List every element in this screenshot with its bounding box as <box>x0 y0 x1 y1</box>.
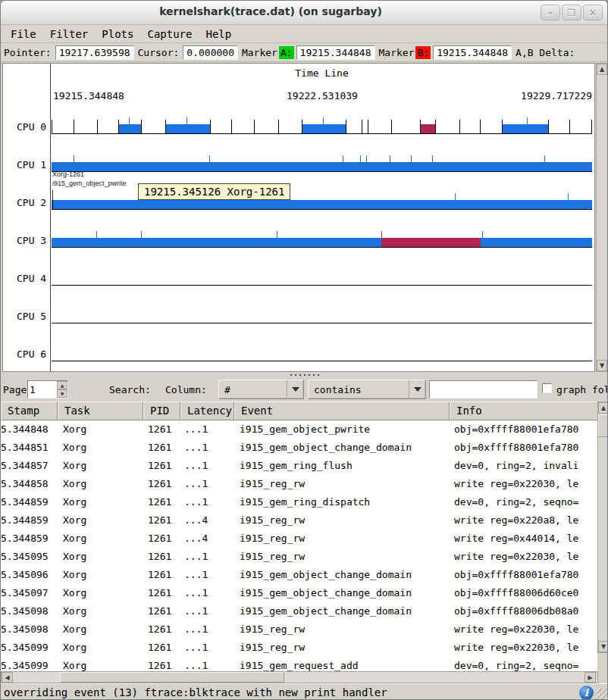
table-row[interactable]: 5.344858Xorg1261...1i915_reg_rwwrite reg… <box>1 475 598 493</box>
cell-info: obj=0xffff88001efa780 <box>454 442 598 453</box>
column-header-stamp[interactable]: Stamp <box>1 402 58 420</box>
scroll-down-icon[interactable]: ▼ <box>597 360 607 371</box>
cpu-run-bar <box>52 200 592 209</box>
menu-item-help[interactable]: Help <box>199 27 238 42</box>
title-bar[interactable]: kernelshark(trace.dat) (on sugarbay) – ❐… <box>1 1 608 25</box>
cell-stamp: 5.344851 <box>1 442 57 453</box>
event-tick <box>209 155 210 171</box>
scroll-up-icon[interactable]: ▲ <box>597 64 607 75</box>
event-tick <box>548 120 549 133</box>
table-row[interactable]: 5.345095Xorg1261...1i915_reg_rwwrite reg… <box>1 548 598 566</box>
cell-task: Xorg <box>63 514 142 526</box>
scroll-right-icon[interactable]: ▶ <box>584 672 596 683</box>
cell-stamp: 5.345098 <box>1 605 57 617</box>
column-header-task[interactable]: Task <box>58 402 143 420</box>
cell-info: write reg=0x22030, le <box>454 623 598 635</box>
table-vertical-scrollbar[interactable]: ▲ ▼ <box>597 402 608 653</box>
cell-info: dev=0, ring=2, seqno= <box>454 660 598 671</box>
cpu-label-cpu4: CPU 4 <box>3 273 47 284</box>
event-tick <box>420 120 421 133</box>
maximize-icon[interactable]: ❐ <box>562 5 581 20</box>
cell-pid: 1261 <box>148 569 180 580</box>
event-tick <box>391 120 392 133</box>
info-icon[interactable]: i <box>579 686 594 700</box>
cpu-label-cpu2: CPU 2 <box>3 197 47 208</box>
event-tick <box>568 193 569 209</box>
cell-info: obj=0xffff88001efa780 <box>454 569 598 580</box>
table-row[interactable]: 5.345097Xorg1261...1i915_gem_object_chan… <box>1 584 598 602</box>
table-horizontal-scrollbar[interactable]: ◀ ▶ <box>1 671 598 683</box>
menu-item-file[interactable]: File <box>4 27 43 42</box>
column-header-info[interactable]: Info <box>450 402 598 420</box>
menu-item-filter[interactable]: Filter <box>43 27 96 42</box>
column-header-pid[interactable]: PID <box>143 402 180 420</box>
cell-event: i915_gem_object_change_domain <box>240 569 449 580</box>
table-row[interactable]: 5.344857Xorg1261...1i915_gem_ring_flushd… <box>1 457 598 475</box>
column-header-latency[interactable]: Latency <box>180 402 234 420</box>
page-input[interactable] <box>30 382 55 397</box>
table-row[interactable]: 5.344859Xorg1261...4i915_reg_rwwrite reg… <box>1 530 598 548</box>
event-tick <box>141 231 142 247</box>
cell-latency: ...1 <box>184 423 233 435</box>
cell-task: Xorg <box>63 423 142 435</box>
event-tick <box>343 155 343 171</box>
table-row[interactable]: 5.345096Xorg1261...1i915_gem_object_chan… <box>1 566 598 584</box>
graph-vertical-scrollbar[interactable]: ▲ ▼ <box>596 63 608 372</box>
table-row[interactable]: 5.345098Xorg1261...1i915_gem_object_chan… <box>1 602 598 620</box>
cell-pid: 1261 <box>148 423 180 435</box>
marker-b-value: 19215.344848 <box>433 45 512 60</box>
table-row[interactable]: 5.345099Xorg1261...1i915_gem_request_add… <box>1 657 598 671</box>
column-select-value: # <box>224 384 230 395</box>
cell-event: i915_reg_rw <box>240 533 449 544</box>
table-row[interactable]: 5.345099Xorg1261...1i915_reg_rwwrite reg… <box>1 639 598 657</box>
table-row[interactable]: 5.345098Xorg1261...1i915_reg_rwwrite reg… <box>1 620 598 639</box>
column-select[interactable]: # <box>218 380 304 399</box>
match-select[interactable]: contains <box>308 380 426 399</box>
event-tick <box>74 155 74 171</box>
event-tick <box>591 120 592 133</box>
timeline-plot[interactable]: Time Line19215.34484819222.53103919229.7… <box>2 63 595 372</box>
event-tick <box>277 231 277 247</box>
scrollbar-thumb[interactable] <box>60 672 284 683</box>
close-icon[interactable]: ✕ <box>583 5 603 20</box>
column-header-event[interactable]: Event <box>234 402 450 420</box>
status-bar: overriding event (13) ftrace:blktrace wi… <box>1 683 608 700</box>
event-tick <box>118 120 119 133</box>
graph-follows-checkbox[interactable] <box>542 383 552 393</box>
cell-latency: ...1 <box>184 587 233 598</box>
search-input[interactable] <box>429 380 537 398</box>
cell-info: write reg=0x44014, le <box>454 533 598 544</box>
event-tick <box>74 120 74 133</box>
cell-event: i915_gem_request_add <box>240 660 449 671</box>
scrollbar-thumb[interactable] <box>598 414 608 437</box>
resize-grip-icon[interactable] <box>597 689 608 700</box>
window-controls: – ❐ ✕ <box>541 5 603 20</box>
cell-latency: ...4 <box>184 514 233 526</box>
spin-up-icon[interactable]: ▲ <box>57 381 67 389</box>
table-row[interactable]: 5.344859Xorg1261...1i915_gem_ring_dispat… <box>1 493 598 511</box>
page-spinbox[interactable]: ▲ ▼ <box>27 380 68 398</box>
table-row[interactable]: 5.344859Xorg1261...4i915_reg_rwwrite reg… <box>1 511 598 530</box>
cell-event: i915_gem_ring_dispatch <box>240 496 449 508</box>
menu-item-capture[interactable]: Capture <box>140 27 199 42</box>
cell-event: i915_gem_object_change_domain <box>240 587 449 598</box>
spin-down-icon[interactable]: ▼ <box>57 389 67 398</box>
cell-pid: 1261 <box>148 551 180 562</box>
window-title: kernelshark(trace.dat) (on sugarbay) <box>1 5 541 17</box>
cell-event: i915_gem_object_change_domain <box>240 442 449 453</box>
cell-info: obj=0xffff88006db08a0 <box>454 605 598 617</box>
search-bar: Page ▲ ▼ Search: Column: # contains grap… <box>1 378 608 402</box>
delta-label: A,B Delta: <box>514 47 576 58</box>
table-row[interactable]: 5.344848Xorg1261...1i915_gem_object_pwri… <box>1 420 598 439</box>
cell-info: dev=0, ring=2, invali <box>454 460 598 471</box>
minimize-icon[interactable]: – <box>541 5 560 20</box>
event-tick <box>569 120 570 133</box>
scroll-down-icon[interactable]: ▼ <box>598 641 608 652</box>
scroll-up-icon[interactable]: ▲ <box>598 402 608 414</box>
cell-pid: 1261 <box>148 533 180 544</box>
pane-splitter[interactable] <box>1 372 608 378</box>
table-row[interactable]: 5.344851Xorg1261...1i915_gem_object_chan… <box>1 439 598 457</box>
cpu-label-cpu6: CPU 6 <box>3 348 47 360</box>
menu-item-plots[interactable]: Plots <box>95 27 140 42</box>
scroll-left-icon[interactable]: ◀ <box>2 672 13 683</box>
